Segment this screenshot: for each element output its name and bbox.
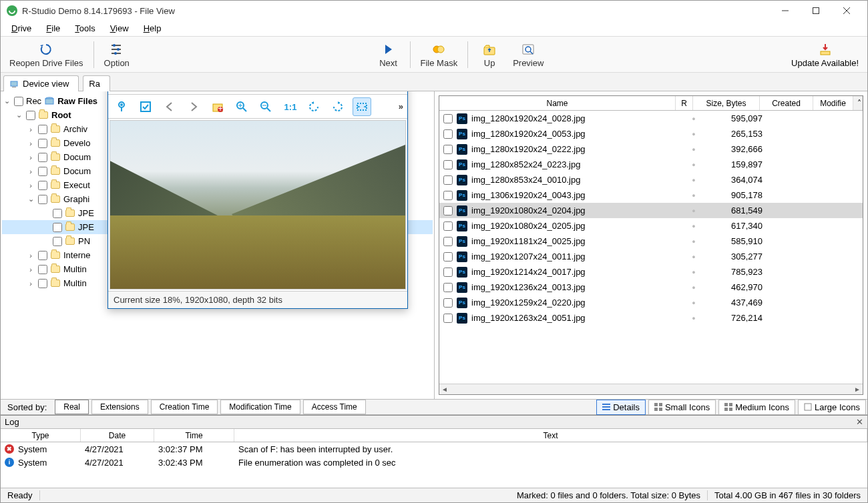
sort-extensions-button[interactable]: Extensions (91, 400, 148, 414)
tree-item-label[interactable]: Multin (63, 264, 87, 274)
tree-checkbox[interactable] (38, 251, 47, 260)
viewer-recover-icon[interactable]: + (208, 97, 227, 116)
tree-checkbox[interactable] (38, 181, 47, 190)
viewer-pin-icon[interactable] (112, 97, 131, 116)
file-row[interactable]: Psimg_1920x1080x24_0205.jpg●617,340 (439, 218, 863, 233)
menu-help[interactable]: Help (137, 22, 168, 35)
log-close-icon[interactable]: ✕ (856, 417, 863, 427)
expand-toggle[interactable]: › (26, 153, 35, 161)
file-checkbox[interactable] (443, 129, 453, 139)
log-row[interactable]: iSystem4/27/20213:02:43 PMFile enumerati… (1, 456, 867, 469)
expand-toggle[interactable]: ⌄ (26, 195, 35, 203)
expand-toggle[interactable]: › (26, 280, 35, 288)
window-close-button[interactable] (831, 1, 862, 21)
expand-toggle[interactable]: ⌄ (14, 111, 23, 119)
view-details-button[interactable]: Details (596, 400, 646, 415)
sort-access-button[interactable]: Access Time (303, 400, 366, 414)
log-col-text[interactable]: Text (234, 429, 867, 442)
file-checkbox[interactable] (443, 175, 453, 185)
preview-button[interactable]: Preview (508, 39, 548, 71)
file-checkbox[interactable] (443, 268, 453, 277)
tree-checkbox[interactable] (26, 111, 35, 120)
column-name[interactable]: Name (439, 96, 676, 110)
file-list[interactable]: Psimg_1280x1920x24_0028.jpg●595,097Psimg… (439, 111, 863, 384)
column-created[interactable]: Created (760, 96, 813, 110)
viewer-check-icon[interactable] (136, 97, 155, 116)
viewer-window[interactable]: R-Viewer - Raw Files\Graphics, Pictu... … (107, 91, 408, 309)
file-mask-button[interactable]: File Mask (416, 39, 463, 71)
file-row[interactable]: Psimg_1920x1207x24_0011.jpg●305,277 (439, 249, 863, 264)
file-row[interactable]: Psimg_1920x1263x24_0051.jpg●726,214 (439, 310, 863, 326)
expand-toggle[interactable]: › (26, 181, 35, 189)
file-row[interactable]: Psimg_1280x1920x24_0053.jpg●265,153 (439, 126, 863, 141)
view-small-icons-button[interactable]: Small Icons (648, 400, 716, 415)
tree-item-label[interactable]: Develo (63, 138, 90, 148)
expand-toggle[interactable]: › (26, 139, 35, 147)
viewer-menu-help[interactable]: Help (222, 91, 253, 92)
up-button[interactable]: Up (473, 39, 505, 71)
sort-creation-button[interactable]: Creation Time (151, 400, 218, 414)
next-button[interactable]: Next (373, 39, 405, 71)
update-available-button[interactable]: Update Available! (787, 39, 863, 71)
tree-item-label[interactable]: JPE (78, 222, 94, 232)
file-checkbox[interactable] (443, 114, 453, 123)
expand-toggle[interactable]: › (26, 125, 35, 133)
tree-item-label[interactable]: Interne (63, 250, 90, 260)
tab-device-view[interactable]: Device view (3, 75, 79, 91)
log-col-date[interactable]: Date (81, 429, 154, 442)
tree-checkbox[interactable] (38, 265, 47, 274)
menu-drive[interactable]: Drive (5, 22, 38, 35)
tree-checkbox[interactable] (38, 139, 47, 148)
sort-real-button[interactable]: Real (55, 400, 89, 414)
expand-toggle[interactable]: › (26, 266, 35, 274)
file-checkbox[interactable] (443, 221, 453, 231)
viewer-prev-icon[interactable] (160, 97, 179, 116)
expand-toggle[interactable]: ⌄ (2, 97, 11, 105)
tree-checkbox[interactable] (38, 167, 47, 176)
tree-item-label[interactable]: PN (78, 236, 90, 246)
tree-checkbox[interactable] (53, 209, 62, 218)
tree-checkbox[interactable] (53, 223, 62, 232)
window-minimize-button[interactable] (770, 1, 801, 21)
tree-item-label[interactable]: Docum (63, 166, 91, 176)
file-row[interactable]: Psimg_1306x1920x24_0043.jpg●905,178 (439, 187, 863, 203)
tree-item-label[interactable]: Docum (63, 152, 91, 162)
tree-checkbox[interactable] (38, 279, 47, 288)
file-checkbox[interactable] (443, 298, 453, 308)
file-row[interactable]: Psimg_1280x852x24_0223.jpg●159,897 (439, 157, 863, 172)
file-row[interactable]: Psimg_1920x1236x24_0013.jpg●462,970 (439, 280, 863, 295)
tree-item-label[interactable]: Archiv (63, 124, 87, 134)
file-checkbox[interactable] (443, 145, 453, 154)
viewer-zoom-1to1-icon[interactable]: 1:1 (280, 97, 299, 116)
file-row[interactable]: Psimg_1280x1920x24_0028.jpg●595,097 (439, 111, 863, 126)
log-col-time[interactable]: Time (154, 429, 234, 442)
expand-toggle[interactable]: › (26, 252, 35, 260)
expand-toggle[interactable]: › (26, 167, 35, 175)
tree-checkbox[interactable] (38, 195, 47, 204)
option-button[interactable]: Option (99, 39, 134, 71)
reopen-drive-files-button[interactable]: Reopen Drive Files (5, 39, 88, 71)
file-checkbox[interactable] (443, 252, 453, 262)
view-large-icons-button[interactable]: Large Icons (798, 400, 866, 415)
menu-tools[interactable]: Tools (68, 22, 101, 35)
viewer-more-icon[interactable]: » (399, 101, 403, 111)
file-checkbox[interactable] (443, 191, 453, 200)
viewer-rotate-right-icon[interactable] (329, 97, 347, 116)
log-col-type[interactable]: Type (1, 429, 81, 442)
file-row[interactable]: Psimg_1920x1259x24_0220.jpg●437,469 (439, 295, 863, 310)
tree-checkbox[interactable] (14, 97, 23, 106)
viewer-menu-view[interactable]: View (187, 91, 219, 92)
viewer-next-icon[interactable] (184, 97, 203, 116)
menu-file[interactable]: File (39, 22, 67, 35)
file-checkbox[interactable] (443, 283, 453, 292)
viewer-zoom-in-icon[interactable] (232, 97, 251, 116)
window-maximize-button[interactable] (801, 1, 831, 21)
file-checkbox[interactable] (443, 237, 453, 246)
file-checkbox[interactable] (443, 160, 453, 169)
tree-checkbox[interactable] (38, 125, 47, 134)
file-row[interactable]: Psimg_1920x1080x24_0204.jpg●681,549 (439, 203, 863, 218)
log-row[interactable]: ✖System4/27/20213:02:37 PMScan of F: has… (1, 442, 867, 456)
viewer-zoom-out-icon[interactable] (256, 97, 275, 116)
tree-item-label[interactable]: Execut (63, 180, 90, 190)
viewer-rotate-left-icon[interactable] (304, 97, 323, 116)
